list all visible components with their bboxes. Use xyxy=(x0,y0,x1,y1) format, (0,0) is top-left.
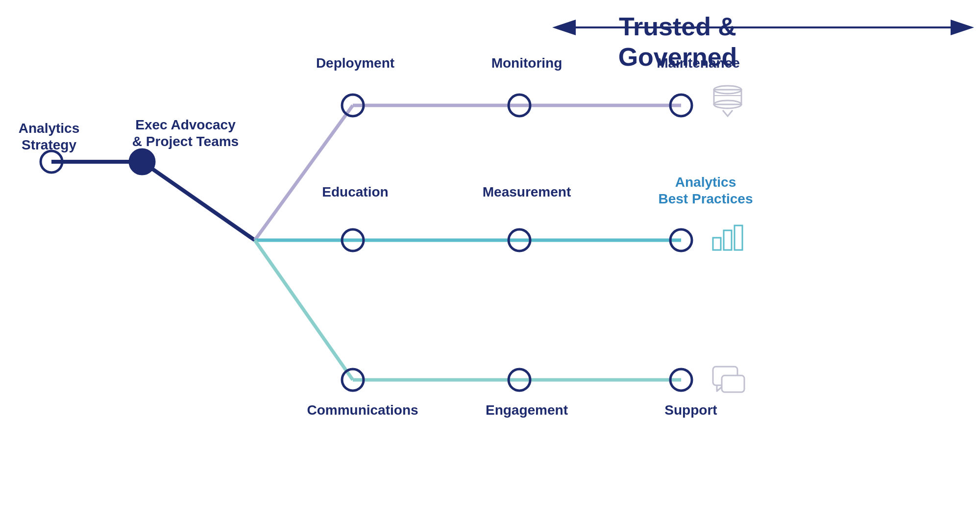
analytics-bp-icon xyxy=(713,225,742,250)
exec-advocacy-node xyxy=(129,149,155,174)
diagram-svg xyxy=(0,0,980,523)
svg-rect-8 xyxy=(735,225,742,250)
deployment-label: Deployment xyxy=(299,55,412,72)
communications-branch-line xyxy=(255,240,353,380)
deployment-branch-line xyxy=(255,105,353,240)
maintenance-label: Maintenance xyxy=(642,55,755,72)
analytics-bp-label: Analytics Best Practices xyxy=(642,174,769,207)
communications-label: Communications xyxy=(299,402,426,419)
exec-advocacy-label: Exec Advocacy & Project Teams xyxy=(108,117,263,149)
svg-rect-6 xyxy=(713,238,721,250)
education-label: Education xyxy=(299,184,412,200)
monitoring-label: Monitoring xyxy=(470,55,583,72)
engagement-label: Engagement xyxy=(470,402,583,419)
support-icon xyxy=(713,367,744,392)
measurement-label: Measurement xyxy=(470,184,583,200)
svg-rect-7 xyxy=(724,230,732,250)
support-label: Support xyxy=(642,402,740,419)
diagram-canvas: Trusted & Governed Analytics Strategy Ex… xyxy=(0,0,980,523)
maintenance-icon xyxy=(714,86,741,116)
trunk-line-2 xyxy=(142,162,255,240)
analytics-strategy-label: Analytics Strategy xyxy=(2,120,96,153)
svg-rect-10 xyxy=(722,375,744,392)
